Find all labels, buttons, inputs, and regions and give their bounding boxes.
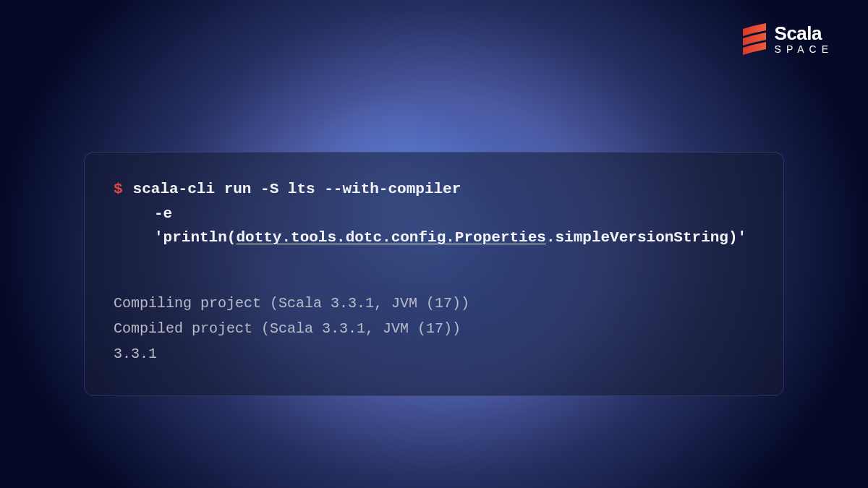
terminal-window: $ scala-cli run -S lts --with-compiler -… <box>84 152 784 396</box>
brand-sub: SPACE <box>775 44 833 54</box>
brand-name: Scala <box>775 24 833 43</box>
shell-prompt: $ <box>114 177 123 202</box>
brand-logo: Scala SPACE <box>741 23 833 55</box>
terminal-output: Compiling project (Scala 3.3.1, JVM (17)… <box>114 291 754 367</box>
output-line-2: Compiled project (Scala 3.3.1, JVM (17)) <box>114 316 754 341</box>
command-text-line2-suffix: .simpleVersionString)' <box>546 229 746 246</box>
command-text-line2-prefix: -e 'println( <box>154 205 236 247</box>
output-line-3: 3.3.1 <box>114 341 754 367</box>
command-text-line1: scala-cli run -S lts --with-compiler <box>133 177 461 202</box>
command-text-line2-underlined: dotty.tools.dotc.config.Properties <box>236 229 545 246</box>
output-line-1: Compiling project (Scala 3.3.1, JVM (17)… <box>114 291 754 316</box>
scala-logo-icon <box>741 23 767 55</box>
brand-text: Scala SPACE <box>775 24 833 54</box>
command-line-1: $ scala-cli run -S lts --with-compiler <box>114 177 754 202</box>
command-line-2: -e 'println(dotty.tools.dotc.config.Prop… <box>114 202 754 250</box>
